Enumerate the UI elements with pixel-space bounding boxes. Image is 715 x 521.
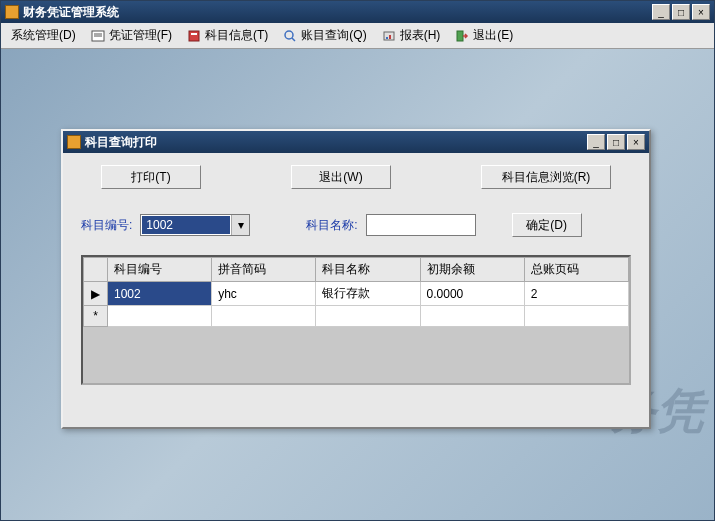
svg-rect-9 <box>389 35 391 39</box>
subject-code-label: 科目编号: <box>81 217 132 234</box>
filter-row: 科目编号: 1002 ▾ 科目名称: 确定(D) <box>81 213 631 237</box>
grid-header-row: 科目编号 拼音简码 科目名称 初期余额 总账页码 <box>84 258 629 282</box>
table-new-row[interactable]: * <box>84 306 629 327</box>
main-titlebar: 财务凭证管理系统 _ □ × <box>1 1 714 23</box>
col-ledger-page[interactable]: 总账页码 <box>524 258 628 282</box>
col-opening-balance[interactable]: 初期余额 <box>420 258 524 282</box>
svg-rect-3 <box>189 31 199 41</box>
table-row[interactable]: ▶ 1002 yhc 银行存款 0.0000 2 <box>84 282 629 306</box>
report-icon <box>381 28 397 44</box>
main-window: 财务凭证管理系统 _ □ × 系统管理(D) 凭证管理(F) 科目信息(T) <box>0 0 715 521</box>
chevron-down-icon[interactable]: ▾ <box>231 215 249 235</box>
cell-code[interactable]: 1002 <box>108 282 212 306</box>
app-title: 财务凭证管理系统 <box>23 4 119 21</box>
close-button[interactable]: × <box>692 4 710 20</box>
menu-voucher[interactable]: 凭证管理(F) <box>84 24 178 47</box>
dialog-window-controls: _ □ × <box>587 134 645 150</box>
dialog-titlebar: 科目查询打印 _ □ × <box>63 131 649 153</box>
svg-line-6 <box>292 38 295 41</box>
maximize-button[interactable]: □ <box>672 4 690 20</box>
cell-name[interactable]: 银行存款 <box>316 282 420 306</box>
svg-rect-10 <box>457 31 463 41</box>
dialog-icon <box>67 135 81 149</box>
col-pinyin[interactable]: 拼音简码 <box>212 258 316 282</box>
svg-rect-4 <box>191 33 197 35</box>
menu-system[interactable]: 系统管理(D) <box>5 24 82 47</box>
dialog-body: 打印(T) 退出(W) 科目信息浏览(R) 科目编号: 1002 ▾ 科目名称:… <box>63 153 649 397</box>
new-row-indicator: * <box>84 306 108 327</box>
svg-rect-8 <box>386 37 388 39</box>
voucher-icon <box>90 28 106 44</box>
menu-exit[interactable]: 退出(E) <box>448 24 519 47</box>
col-code[interactable]: 科目编号 <box>108 258 212 282</box>
workspace: 务凭 科目查询打印 _ □ × 打印(T) 退出(W) 科目信息浏览(R) <box>1 49 714 520</box>
dialog-minimize-button[interactable]: _ <box>587 134 605 150</box>
browse-button[interactable]: 科目信息浏览(R) <box>481 165 611 189</box>
subject-name-label: 科目名称: <box>306 217 357 234</box>
grid-corner <box>84 258 108 282</box>
dialog-maximize-button[interactable]: □ <box>607 134 625 150</box>
confirm-button[interactable]: 确定(D) <box>512 213 582 237</box>
cell-pinyin[interactable]: yhc <box>212 282 316 306</box>
exit-icon <box>454 28 470 44</box>
cell-ledger-page[interactable]: 2 <box>524 282 628 306</box>
subject-icon <box>186 28 202 44</box>
menubar: 系统管理(D) 凭证管理(F) 科目信息(T) 账目查询(Q) 报表(H) <box>1 23 714 49</box>
menu-subject[interactable]: 科目信息(T) <box>180 24 274 47</box>
subject-code-value: 1002 <box>142 216 230 234</box>
menu-account-query[interactable]: 账目查询(Q) <box>276 24 372 47</box>
app-icon <box>5 5 19 19</box>
dialog-close-button[interactable]: × <box>627 134 645 150</box>
svg-point-5 <box>285 31 293 39</box>
data-grid-container: 科目编号 拼音简码 科目名称 初期余额 总账页码 ▶ 1002 <box>81 255 631 385</box>
subject-query-dialog: 科目查询打印 _ □ × 打印(T) 退出(W) 科目信息浏览(R) 科目编号: <box>61 129 651 429</box>
col-name[interactable]: 科目名称 <box>316 258 420 282</box>
subject-name-input[interactable] <box>366 214 476 236</box>
dialog-title: 科目查询打印 <box>85 134 157 151</box>
data-grid[interactable]: 科目编号 拼音简码 科目名称 初期余额 总账页码 ▶ 1002 <box>83 257 629 327</box>
print-button[interactable]: 打印(T) <box>101 165 201 189</box>
main-window-controls: _ □ × <box>652 4 710 20</box>
menu-report[interactable]: 报表(H) <box>375 24 447 47</box>
subject-code-combo[interactable]: 1002 ▾ <box>140 214 250 236</box>
exit-button[interactable]: 退出(W) <box>291 165 391 189</box>
action-button-row: 打印(T) 退出(W) 科目信息浏览(R) <box>81 165 631 189</box>
grid-empty-area <box>83 327 629 385</box>
minimize-button[interactable]: _ <box>652 4 670 20</box>
row-indicator: ▶ <box>84 282 108 306</box>
query-icon <box>282 28 298 44</box>
cell-opening-balance[interactable]: 0.0000 <box>420 282 524 306</box>
